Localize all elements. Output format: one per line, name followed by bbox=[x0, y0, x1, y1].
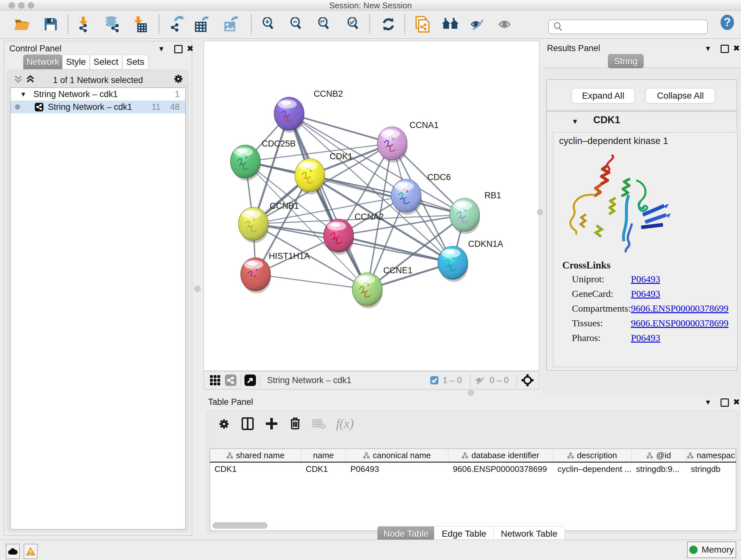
tab-style[interactable]: Style bbox=[62, 55, 90, 69]
table-row[interactable]: CDK1CDK1P064939606.ENSP00000378699cyclin… bbox=[210, 462, 736, 476]
collapse-all-button[interactable]: Collapse All bbox=[646, 88, 715, 104]
vertical-splitter-handle[interactable] bbox=[194, 286, 200, 292]
selected-checkbox-icon[interactable] bbox=[430, 376, 439, 385]
scrollbar-thumb[interactable] bbox=[212, 522, 267, 529]
network-node-cdc6[interactable] bbox=[391, 179, 421, 215]
network-edge[interactable] bbox=[339, 236, 453, 263]
panel-menu-icon[interactable]: ▾ bbox=[706, 398, 710, 406]
column-header-description[interactable]: description bbox=[553, 449, 631, 462]
panel-float-icon[interactable] bbox=[174, 45, 183, 53]
grid-view-icon[interactable] bbox=[210, 375, 220, 386]
network-node-ccnb2[interactable] bbox=[274, 97, 305, 133]
zoom-out-button[interactable] bbox=[287, 15, 306, 34]
panel-menu-icon[interactable]: ▾ bbox=[159, 44, 163, 53]
save-session-button[interactable] bbox=[42, 15, 60, 34]
column-header-namespac[interactable]: namespac bbox=[686, 449, 736, 462]
show-columns-icon[interactable] bbox=[242, 417, 254, 430]
network-node-cdkn1a[interactable] bbox=[438, 246, 468, 282]
collapse-triangle-icon[interactable]: ▼ bbox=[571, 118, 579, 126]
network-node-cdk1[interactable] bbox=[295, 159, 325, 194]
crosslink-value[interactable]: 9606.ENSP00000378699 bbox=[631, 318, 729, 328]
panel-close-icon[interactable]: ✖ bbox=[733, 44, 740, 52]
network-collection-row[interactable]: ▼ String Network – cdk1 1 bbox=[10, 88, 185, 101]
expand-all-button[interactable]: Expand All bbox=[571, 88, 635, 104]
network-node-hist1h1a[interactable] bbox=[241, 258, 271, 294]
node-table[interactable]: shared namenamecanonical namedatabase id… bbox=[210, 449, 736, 531]
crosslink-label: Uniprot: bbox=[572, 273, 604, 285]
table-cell[interactable]: P06493 bbox=[346, 462, 448, 476]
tab-string[interactable]: String bbox=[608, 54, 644, 68]
network-edge[interactable] bbox=[289, 114, 392, 143]
import-network-from-file-button[interactable] bbox=[74, 15, 92, 34]
network-canvas[interactable]: CCNB2CCNA1CDC25BCDK1CDC6RB1CCNB1CCNA2CDK… bbox=[204, 41, 539, 371]
tab-network[interactable]: Network bbox=[23, 55, 62, 69]
new-network-from-selection-button[interactable] bbox=[413, 15, 431, 34]
apply-layout-button[interactable] bbox=[379, 15, 398, 34]
column-header-canonical-name[interactable]: canonical name bbox=[346, 449, 448, 462]
gear-icon[interactable] bbox=[174, 74, 183, 84]
table-cell[interactable]: stringdb:9... bbox=[631, 462, 686, 476]
horizontal-splitter-handle[interactable] bbox=[468, 390, 474, 396]
network-edge[interactable] bbox=[289, 114, 367, 289]
delete-column-icon[interactable] bbox=[289, 417, 301, 430]
table-mode-gear-icon[interactable] bbox=[219, 419, 229, 429]
zoom-in-button[interactable] bbox=[259, 15, 278, 34]
tab-select[interactable]: Select bbox=[90, 55, 122, 69]
tab-network-table[interactable]: Network Table bbox=[493, 526, 565, 542]
birdseye-toggle-icon[interactable] bbox=[521, 374, 534, 387]
cloud-icon bbox=[8, 548, 17, 555]
search-box[interactable] bbox=[548, 19, 708, 34]
network-node-ccna1[interactable] bbox=[377, 127, 408, 163]
table-cell[interactable]: stringdb bbox=[686, 462, 736, 476]
column-header--id[interactable]: @id bbox=[631, 449, 686, 462]
export-network-button[interactable] bbox=[168, 15, 186, 34]
show-graphics-details-button[interactable] bbox=[495, 15, 514, 34]
column-header-name[interactable]: name bbox=[301, 449, 346, 462]
crosslink-value[interactable]: 9606.ENSP00000378699 bbox=[631, 303, 729, 314]
network-node-cdc25b[interactable] bbox=[230, 145, 261, 181]
network-node-rb1[interactable] bbox=[450, 198, 480, 234]
import-network-from-database-button[interactable] bbox=[103, 15, 121, 34]
zoom-selected-button[interactable] bbox=[344, 15, 362, 34]
panel-menu-icon[interactable]: ▾ bbox=[706, 44, 710, 52]
network-row-selected[interactable]: String Network – cdk1 11 48 bbox=[10, 101, 185, 113]
column-header-database-identifier[interactable]: database identifier bbox=[448, 449, 553, 462]
crosslink-value[interactable]: P06493 bbox=[631, 288, 660, 299]
network-node-ccnb1[interactable] bbox=[239, 207, 269, 243]
crosslink-value[interactable]: P06493 bbox=[631, 273, 660, 285]
crosslink-value[interactable]: P06493 bbox=[631, 332, 660, 343]
table-cell[interactable]: CDK1 bbox=[301, 462, 346, 476]
panel-float-icon[interactable] bbox=[721, 45, 729, 53]
create-column-icon[interactable] bbox=[265, 417, 278, 430]
warnings-button[interactable] bbox=[23, 544, 38, 559]
network-thumbnail-icon[interactable] bbox=[225, 374, 237, 386]
export-image-button[interactable] bbox=[221, 15, 240, 34]
panel-float-icon[interactable] bbox=[721, 398, 729, 407]
help-button[interactable]: ? bbox=[718, 13, 737, 32]
table-cell[interactable]: 9606.ENSP00000378699 bbox=[448, 462, 553, 476]
search-input[interactable] bbox=[565, 22, 707, 32]
first-neighbors-button[interactable] bbox=[441, 15, 460, 34]
network-graph[interactable]: CCNB2CCNA1CDC25BCDK1CDC6RB1CCNB1CCNA2CDK… bbox=[204, 41, 539, 371]
collapse-triangle-icon[interactable]: ▼ bbox=[20, 91, 26, 98]
export-table-button[interactable] bbox=[193, 15, 211, 34]
import-table-from-file-button[interactable] bbox=[130, 15, 149, 34]
network-edge[interactable] bbox=[256, 274, 367, 289]
memory-button[interactable]: Memory bbox=[687, 542, 736, 558]
network-node-ccne1[interactable] bbox=[352, 273, 383, 308]
table-cell[interactable]: CDK1 bbox=[210, 462, 301, 476]
delete-table-icon bbox=[313, 419, 326, 429]
network-node-ccna2[interactable] bbox=[324, 219, 354, 255]
zoom-fit-button[interactable] bbox=[315, 15, 333, 34]
table-cell[interactable]: cyclin–dependent ... bbox=[553, 462, 631, 476]
column-header-shared-name[interactable]: shared name bbox=[210, 449, 301, 462]
open-session-button[interactable] bbox=[13, 15, 31, 34]
panel-close-icon[interactable]: ✖ bbox=[187, 44, 194, 53]
tab-sets[interactable]: Sets bbox=[122, 55, 148, 69]
hide-selected-button[interactable] bbox=[468, 15, 486, 34]
tab-node-table[interactable]: Node Table bbox=[377, 526, 434, 542]
cloud-status-button[interactable] bbox=[6, 544, 20, 559]
detach-view-button[interactable] bbox=[245, 374, 256, 386]
panel-close-icon[interactable]: ✖ bbox=[733, 398, 740, 406]
tab-edge-table[interactable]: Edge Table bbox=[434, 526, 494, 542]
